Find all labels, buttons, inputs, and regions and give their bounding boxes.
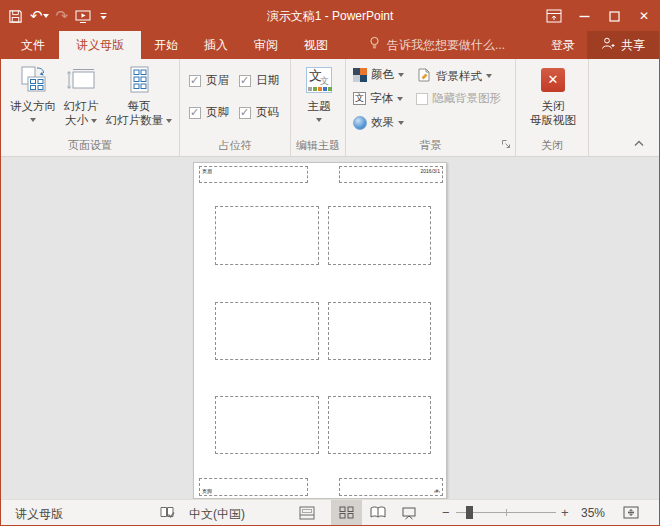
footer-checkbox[interactable]: [189, 107, 201, 119]
undo-button[interactable]: ↶: [30, 9, 49, 24]
colors-icon: [353, 68, 367, 82]
colors-button[interactable]: 颜色: [353, 67, 404, 82]
themes-button[interactable]: 文 文 主题: [297, 64, 341, 122]
header-checkbox-row: 页眉: [189, 73, 229, 88]
slide-sorter-view-button[interactable]: [331, 500, 362, 525]
zoom-out-button[interactable]: −: [442, 505, 450, 520]
group-background: 颜色 背景样式 文 字体 隐藏背景图形 效果: [346, 59, 516, 156]
hide-background-graphics-checkbox[interactable]: [416, 93, 428, 105]
slides-per-page-label-line1: 每页: [128, 99, 151, 113]
status-language[interactable]: 中文(中国): [189, 506, 245, 523]
handout-orientation-label: 讲义方向: [10, 99, 56, 113]
themes-dropdown-icon: [316, 118, 322, 122]
zoom-slider-handle[interactable]: [466, 506, 473, 519]
footer-placeholder-text: 页脚: [202, 488, 212, 494]
slide-placeholder-6[interactable]: [328, 396, 431, 454]
slides-per-page-button[interactable]: 每页 幻灯片数量: [100, 64, 178, 127]
save-icon[interactable]: [8, 9, 23, 24]
zoom-level[interactable]: 35%: [581, 506, 605, 520]
share-button[interactable]: 共享: [587, 31, 659, 59]
zoom-slider[interactable]: [456, 500, 556, 525]
start-from-beginning-button[interactable]: [75, 9, 92, 24]
maximize-button[interactable]: [599, 1, 629, 31]
ribbon-display-options-button[interactable]: [539, 1, 569, 31]
page-number-placeholder[interactable]: ‹#›: [339, 478, 443, 496]
header-placeholder[interactable]: 页眉: [199, 166, 308, 183]
date-placeholder[interactable]: 2016/3/1: [339, 166, 443, 183]
footer-placeholder[interactable]: 页脚: [199, 478, 308, 496]
title-bar: ↶ ↷ 演示文稿1 - PowerPoint ✕: [1, 1, 659, 31]
undo-icon: ↶: [30, 9, 43, 24]
tab-insert[interactable]: 插入: [191, 31, 241, 59]
fonts-dropdown-icon: [397, 97, 403, 101]
themes-label: 主题: [308, 99, 331, 113]
close-master-view-label-line2: 母版视图: [530, 113, 576, 127]
handout-master-page: 页眉 2016/3/1 页脚 ‹#›: [193, 162, 447, 499]
tell-me-text: 告诉我您想要做什么...: [387, 37, 505, 54]
footer-checkbox-label: 页脚: [206, 105, 229, 120]
effects-dropdown-icon: [398, 121, 404, 125]
slide-show-button[interactable]: [393, 500, 424, 525]
group-close: ✕ 关闭 母版视图 关闭: [516, 59, 589, 156]
group-placeholders: 页眉 日期 页脚 页码 占位符: [180, 59, 291, 156]
background-styles-dropdown-icon: [486, 74, 492, 78]
tell-me-box[interactable]: 告诉我您想要做什么...: [369, 31, 505, 59]
slide-size-icon: [65, 64, 97, 96]
slide-placeholder-1[interactable]: [215, 206, 319, 265]
tab-file[interactable]: 文件: [7, 31, 59, 59]
share-label: 共享: [621, 37, 645, 54]
slide-placeholder-2[interactable]: [328, 206, 431, 265]
handout-orientation-icon: [17, 64, 49, 96]
hide-background-graphics-label: 隐藏背景图形: [432, 91, 501, 106]
notes-icon[interactable]: [299, 506, 315, 523]
spell-check-icon[interactable]: [159, 505, 176, 523]
sign-in-button[interactable]: 登录: [539, 31, 587, 59]
slide-canvas: 页眉 2016/3/1 页脚 ‹#›: [1, 157, 659, 499]
slide-size-button[interactable]: 幻灯片 大小: [62, 64, 100, 127]
close-master-view-button[interactable]: ✕ 关闭 母版视图: [528, 64, 578, 127]
page-number-placeholder-text: ‹#›: [434, 488, 440, 494]
undo-dropdown-arrow-icon[interactable]: [43, 14, 49, 18]
date-checkbox-label: 日期: [256, 73, 279, 88]
effects-label: 效果: [371, 115, 394, 130]
group-page-setup: 讲义方向 幻灯片 大小 每页 幻灯片数量 页面设置: [1, 59, 180, 156]
effects-button[interactable]: 效果: [353, 115, 404, 130]
background-styles-label: 背景样式: [436, 69, 482, 84]
zoom-in-button[interactable]: +: [561, 505, 569, 520]
background-styles-icon: [416, 67, 432, 85]
hide-background-graphics-row: 隐藏背景图形: [416, 91, 501, 106]
slide-placeholder-3[interactable]: [215, 302, 319, 360]
date-checkbox[interactable]: [239, 75, 251, 87]
header-checkbox[interactable]: [189, 75, 201, 87]
group-edit-theme: 文 文 主题 编辑主题: [291, 59, 346, 156]
fit-to-window-icon[interactable]: [623, 505, 639, 523]
handout-orientation-button[interactable]: 讲义方向: [4, 64, 62, 122]
page-number-checkbox[interactable]: [239, 107, 251, 119]
group-label-close: 关闭: [516, 138, 588, 153]
reading-view-button[interactable]: [362, 500, 393, 525]
slides-per-page-dropdown-icon: [166, 119, 172, 123]
tab-handout-master[interactable]: 讲义母版: [59, 31, 141, 59]
background-styles-button[interactable]: 背景样式: [416, 67, 492, 85]
tab-view[interactable]: 视图: [291, 31, 341, 59]
close-button[interactable]: ✕: [629, 1, 659, 31]
slides-per-page-icon: [123, 64, 155, 96]
effects-icon: [353, 116, 367, 130]
group-label-background: 背景: [346, 138, 515, 153]
group-label-page-setup: 页面设置: [1, 138, 179, 153]
background-dialog-launcher-icon[interactable]: [501, 139, 511, 151]
slide-size-label-line1: 幻灯片: [64, 99, 99, 113]
fonts-button[interactable]: 文 字体: [353, 91, 403, 106]
colors-label: 颜色: [371, 67, 394, 82]
tab-review[interactable]: 审阅: [241, 31, 291, 59]
slide-placeholder-5[interactable]: [215, 396, 319, 454]
status-view-name: 讲义母版: [15, 506, 63, 523]
slide-placeholder-4[interactable]: [328, 302, 431, 360]
close-master-view-label-line1: 关闭: [542, 99, 565, 113]
date-checkbox-row: 日期: [239, 73, 279, 88]
view-buttons: [331, 500, 424, 525]
tab-home[interactable]: 开始: [141, 31, 191, 59]
customize-quick-access-toolbar-button[interactable]: [99, 11, 108, 21]
minimize-button[interactable]: [569, 1, 599, 31]
collapse-ribbon-icon[interactable]: [633, 137, 645, 149]
